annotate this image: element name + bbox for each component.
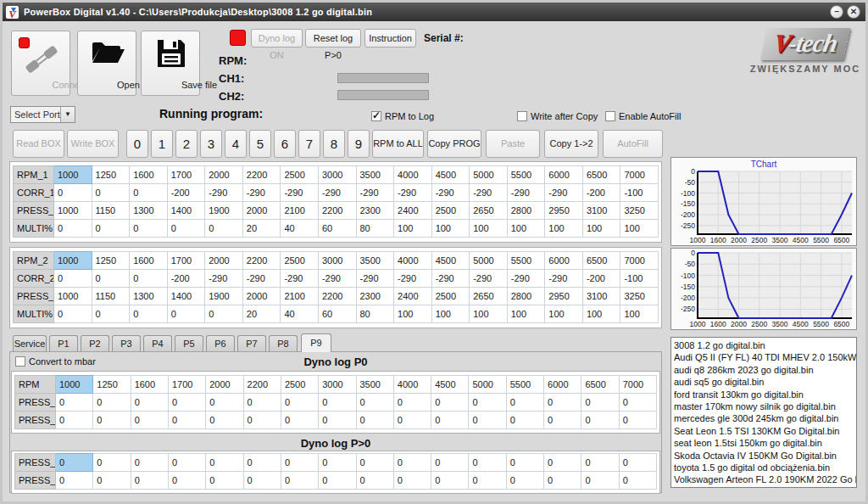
list-item[interactable]: seat leon 1.5tsi 150km go digital.bin: [674, 437, 856, 449]
grid-cell[interactable]: 5000: [469, 376, 506, 394]
grid-cell[interactable]: 1000: [54, 202, 92, 220]
rpm-to-log-checkbox[interactable]: RPM to Log: [371, 111, 434, 121]
grid-cell[interactable]: 6000: [545, 252, 583, 270]
write-after-copy-checkbox[interactable]: Write after Copy: [517, 111, 598, 121]
tab-p8[interactable]: P8: [269, 335, 298, 351]
grid-cell[interactable]: -290: [394, 184, 432, 202]
grid-cell[interactable]: 0: [131, 454, 168, 472]
grid-cell[interactable]: -290: [281, 270, 319, 288]
tab-p7[interactable]: P7: [237, 335, 266, 351]
write-after-copy-checkbox-box[interactable]: [517, 111, 527, 121]
grid-cell[interactable]: -200: [167, 184, 205, 202]
autofill-button[interactable]: AutoFill: [603, 130, 663, 158]
grid-cell[interactable]: -200: [167, 270, 205, 288]
grid-cell[interactable]: 0: [469, 454, 506, 472]
file-list[interactable]: 3008 1.2 go digital.binAudi Q5 II (FY FL…: [670, 337, 857, 488]
grid-cell[interactable]: 0: [281, 472, 318, 490]
grid-cell[interactable]: 2500: [281, 376, 318, 394]
grid-cell[interactable]: 80: [356, 305, 394, 323]
rpm-to-all-button[interactable]: RPM to ALL: [372, 130, 424, 158]
grid-cell[interactable]: -200: [582, 270, 620, 288]
grid-cell[interactable]: 1250: [92, 252, 130, 270]
chevron-down-icon[interactable]: ▼: [60, 107, 75, 122]
grid-cell[interactable]: -290: [318, 270, 356, 288]
grid-cell[interactable]: 100: [582, 220, 620, 238]
grid-cell[interactable]: 0: [619, 472, 656, 490]
grid-cell[interactable]: 0: [205, 305, 243, 323]
tab-service[interactable]: Service: [13, 335, 47, 351]
grid-cell[interactable]: 0: [281, 394, 318, 412]
tab-p4[interactable]: P4: [143, 335, 172, 351]
grid-cell[interactable]: 3000: [318, 166, 356, 184]
grid-cell[interactable]: 2200: [318, 288, 356, 305]
grid-cell[interactable]: 1400: [167, 202, 205, 220]
grid-cell[interactable]: 2300: [356, 202, 394, 220]
grid-cell[interactable]: -290: [545, 184, 583, 202]
list-item[interactable]: Skoda Octavia IV 150KM Go Digital.bin: [674, 450, 856, 462]
grid-cell[interactable]: 0: [206, 412, 243, 429]
list-item[interactable]: 3008 1.2 go digital.bin: [674, 339, 856, 351]
close-button[interactable]: ✕: [847, 5, 860, 19]
grid-cell[interactable]: 0: [56, 454, 93, 472]
enable-autofill-checkbox[interactable]: Enable AutoFill: [605, 111, 681, 121]
grid-cell[interactable]: 0: [506, 394, 543, 412]
grid-cell[interactable]: 100: [431, 220, 470, 238]
grid-cell[interactable]: -290: [242, 270, 281, 288]
select-port-dropdown[interactable]: Select Port ▼: [10, 106, 75, 123]
grid-cell[interactable]: 0: [506, 472, 543, 490]
tab-p1[interactable]: P1: [49, 335, 78, 351]
grid-cell[interactable]: 0: [131, 412, 168, 429]
grid-cell[interactable]: 2800: [507, 202, 545, 220]
grid-cell[interactable]: 40: [281, 305, 319, 323]
grid-cell[interactable]: -290: [356, 270, 394, 288]
grid-cell[interactable]: 2200: [242, 166, 281, 184]
grid-cell[interactable]: 6500: [582, 252, 620, 270]
grid-cell[interactable]: 0: [319, 472, 356, 490]
grid-cell[interactable]: 0: [56, 394, 93, 412]
list-item[interactable]: mercedes gle 300d 245km go digital.bin: [674, 412, 856, 424]
grid-cell[interactable]: 0: [506, 412, 543, 429]
grid-cell[interactable]: 3500: [356, 166, 394, 184]
grid-cell[interactable]: 1000: [54, 252, 92, 270]
grid-cell[interactable]: 2000: [206, 376, 243, 394]
grid-cell[interactable]: 0: [619, 454, 656, 472]
program-4-button[interactable]: 4: [225, 130, 247, 158]
grid-cell[interactable]: 2500: [281, 166, 319, 184]
grid-cell[interactable]: 4500: [431, 252, 470, 270]
grid-cell[interactable]: -290: [205, 270, 243, 288]
grid-cell[interactable]: 1700: [168, 376, 205, 394]
grid-cell[interactable]: 0: [206, 394, 243, 412]
grid-cell[interactable]: 6000: [545, 166, 583, 184]
grid-cell[interactable]: 6500: [582, 166, 620, 184]
grid-cell[interactable]: 0: [281, 412, 318, 429]
grid-cell[interactable]: 0: [56, 472, 93, 490]
grid-cell[interactable]: 1600: [130, 166, 168, 184]
grid-cell[interactable]: 0: [319, 412, 356, 429]
grid-cell[interactable]: 1150: [92, 202, 130, 220]
reset-log-button[interactable]: Reset log P>0: [305, 29, 361, 48]
grid-cell[interactable]: 0: [619, 394, 656, 412]
grid-cell[interactable]: 100: [545, 220, 583, 238]
grid-cell[interactable]: 100: [620, 220, 659, 238]
grid-cell[interactable]: -200: [582, 184, 620, 202]
read-box-button[interactable]: Read BOX: [13, 130, 64, 158]
copy-prog-button[interactable]: Copy PROG: [427, 130, 481, 158]
grid-cell[interactable]: 4500: [431, 166, 470, 184]
grid-cell[interactable]: 0: [130, 220, 168, 238]
enable-autofill-checkbox-box[interactable]: [605, 111, 615, 121]
grid-cell[interactable]: 0: [393, 472, 431, 490]
grid-cell[interactable]: 1000: [54, 288, 92, 305]
grid-cell[interactable]: 0: [356, 472, 393, 490]
program-8-button[interactable]: 8: [323, 130, 345, 158]
grid-cell[interactable]: 2300: [356, 288, 394, 305]
grid-cell[interactable]: 1700: [167, 252, 205, 270]
grid-cell[interactable]: 5500: [507, 166, 545, 184]
grid-cell[interactable]: 5000: [470, 252, 508, 270]
grid-cell[interactable]: 0: [54, 184, 92, 202]
grid-cell[interactable]: 0: [130, 270, 168, 288]
grid-cell[interactable]: 3500: [356, 376, 393, 394]
grid-cell[interactable]: 0: [356, 454, 393, 472]
grid-cell[interactable]: 0: [544, 412, 581, 429]
grid-cell[interactable]: 0: [54, 270, 92, 288]
grid-cell[interactable]: 0: [167, 305, 205, 323]
